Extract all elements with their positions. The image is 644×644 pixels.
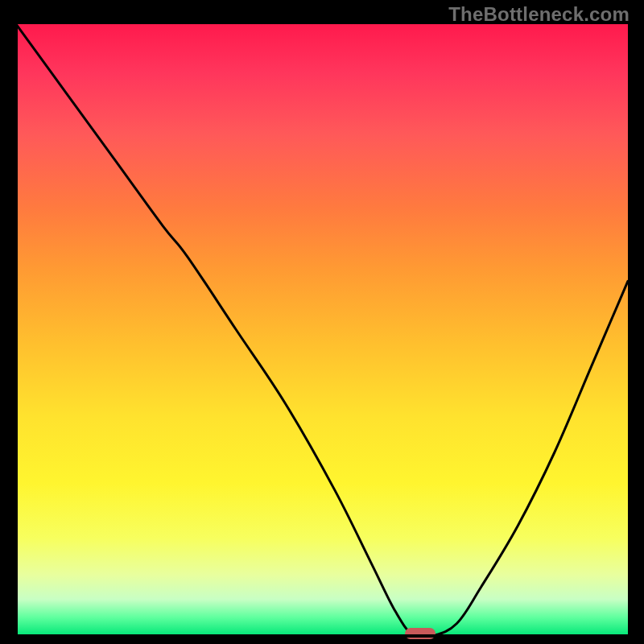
x-axis: [16, 634, 628, 638]
watermark-text: TheBottleneck.com: [448, 3, 630, 26]
bottleneck-curve: [16, 24, 628, 636]
chart-frame: [16, 24, 628, 636]
y-axis: [14, 24, 18, 636]
